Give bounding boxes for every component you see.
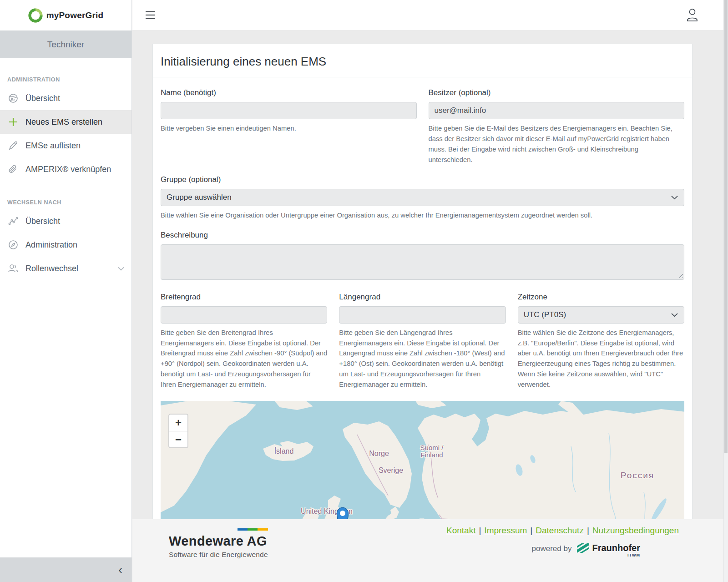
name-input[interactable] — [161, 102, 417, 119]
group-select-value: Gruppe auswählen — [167, 193, 232, 202]
group-select[interactable]: Gruppe auswählen — [161, 189, 684, 206]
ems-init-card: Initialisierung eines neuen EMS Name (be… — [152, 44, 693, 520]
map-label: Ísland — [274, 447, 294, 455]
link-impressum[interactable]: Impressum — [484, 526, 527, 535]
owner-field-group: Besitzer (optional) Bitte geben Sie die … — [429, 88, 685, 165]
sidebar-item-administration[interactable]: Administration — [0, 233, 131, 257]
owner-help: Bitte geben Sie die E-Mail des Besitzers… — [429, 123, 685, 165]
group-field-group: Gruppe (optional) Gruppe auswählen Bitte… — [161, 175, 684, 221]
sidebar-item-label: Übersicht — [25, 217, 60, 226]
powered-by-label: powered by — [532, 544, 572, 553]
chart-nodes-icon — [7, 216, 19, 227]
globe-icon — [7, 93, 19, 104]
footer-links: Kontakt|Impressum|Datenschutz|Nutzungsbe… — [446, 526, 679, 536]
longitude-label: Längengrad — [339, 293, 506, 302]
scrollbar-thumb[interactable] — [724, 0, 728, 453]
longitude-field-group: Längengrad Bitte geben Sie den Längengra… — [339, 293, 506, 390]
group-help: Bitte wählen Sie eine Organisation oder … — [161, 210, 684, 221]
link-nutzungsbedingungen[interactable]: Nutzungsbedingungen — [592, 526, 679, 535]
sidebar-item-label: Rollenwechsel — [25, 264, 78, 273]
sidebar-item-emse-auflisten[interactable]: EMSe auflisten — [0, 134, 131, 157]
map-label: Norge — [369, 450, 389, 457]
footer-tagline: Software für die Energiewende — [169, 551, 268, 559]
map-label: Suomi / — [420, 444, 444, 451]
latitude-help: Bitte geben Sie den Breitengrad Ihres En… — [161, 328, 327, 390]
compass-icon — [7, 239, 19, 250]
zoom-in-button[interactable]: + — [169, 415, 187, 431]
role-label: Techniker — [47, 40, 84, 50]
user-account-button[interactable] — [686, 8, 698, 24]
sidebar-item-amperix-verknuepfen[interactable]: AMPERIX® verknüpfen — [0, 157, 131, 181]
fraunhofer-institute: ITWM — [627, 553, 640, 557]
description-textarea[interactable] — [161, 244, 684, 280]
sidebar-item-label: Übersicht — [25, 94, 60, 103]
longitude-input[interactable] — [339, 306, 506, 324]
chevron-down-icon — [671, 313, 678, 317]
map-zoom-control: + − — [168, 414, 188, 448]
users-icon — [7, 263, 19, 274]
main-content: Initialisierung eines neuen EMS Name (be… — [132, 30, 723, 519]
link-separator: | — [530, 526, 532, 535]
role-band: Techniker — [0, 30, 131, 58]
sidebar-section-administration: ADMINISTRATION — [0, 76, 131, 83]
sidebar-item-uebersicht-admin[interactable]: Übersicht — [0, 86, 131, 110]
timezone-select[interactable]: UTC (PT0S) — [518, 306, 684, 324]
topbar — [132, 0, 723, 30]
longitude-help: Bitte geben Sie den Längengrad Ihres Ene… — [339, 328, 506, 390]
latitude-label: Breitengrad — [161, 293, 327, 302]
owner-label: Besitzer (optional) — [429, 88, 685, 97]
sidebar-section-wechseln-nach: WECHSELN NACH — [0, 199, 131, 206]
description-field-group: Beschreibung — [161, 231, 684, 280]
sidebar-item-label: EMSe auflisten — [25, 141, 81, 151]
collapse-left-icon[interactable]: ‹ — [118, 564, 122, 576]
sidebar-item-neues-ems-erstellen[interactable]: Neues EMS erstellen — [0, 110, 131, 134]
page-title: Initialisierung eines neuen EMS — [153, 44, 692, 77]
link-datenschutz[interactable]: Datenschutz — [536, 526, 584, 535]
plus-icon — [7, 117, 19, 127]
wendeware-logo: Wendeware AG Software für die Energiewen… — [169, 528, 268, 559]
map-label: Finland — [420, 451, 443, 459]
fraunhofer-name: Fraunhofer — [592, 543, 640, 553]
sidebar-item-label: Administration — [25, 240, 77, 250]
fraunhofer-stripes-icon — [577, 543, 589, 553]
link-separator: | — [479, 526, 481, 535]
sidebar-item-uebersicht-wechseln[interactable]: Übersicht — [0, 209, 131, 233]
sidebar: myPowerGrid Techniker ADMINISTRATION Übe… — [0, 0, 132, 582]
link-kontakt[interactable]: Kontakt — [446, 526, 475, 535]
description-label: Beschreibung — [161, 231, 684, 240]
zoom-out-button[interactable]: − — [169, 431, 187, 447]
map-marker-pin[interactable] — [337, 508, 349, 520]
name-label: Name (benötigt) — [161, 88, 417, 97]
owner-input[interactable] — [429, 102, 685, 119]
sidebar-item-label: Neues EMS erstellen — [25, 117, 102, 127]
name-field-group: Name (benötigt) Bitte vergeben Sie einen… — [161, 88, 417, 165]
brand[interactable]: myPowerGrid — [0, 0, 131, 30]
fraunhofer-logo: Fraunhofer ITWM — [577, 543, 640, 557]
sidebar-item-rollenwechsel[interactable]: Rollenwechsel — [0, 257, 131, 280]
footer: Wendeware AG Software für die Energiewen… — [132, 519, 728, 582]
map-label: Sverige — [379, 466, 403, 474]
group-label: Gruppe (optional) — [161, 175, 684, 184]
chevron-down-icon — [118, 267, 124, 271]
timezone-field-group: Zeitzone UTC (PT0S) Bitte wählen Sie die… — [518, 293, 684, 390]
sidebar-item-label: AMPERIX® verknüpfen — [25, 165, 111, 174]
map-label: Россия — [621, 471, 654, 480]
paperclip-icon — [7, 164, 19, 175]
user-icon — [686, 8, 698, 22]
scrollbar[interactable] — [723, 0, 728, 582]
mypowergrid-logo-icon — [28, 8, 43, 23]
latitude-input[interactable] — [161, 306, 327, 324]
brand-name: myPowerGrid — [46, 10, 104, 20]
menu-toggle-button[interactable] — [146, 11, 155, 21]
pencil-icon — [7, 140, 19, 151]
latitude-field-group: Breitengrad Bitte geben Sie den Breiteng… — [161, 293, 327, 390]
wendeware-color-bar-icon — [238, 528, 268, 531]
sidebar-collapse-band[interactable]: ‹ — [0, 557, 131, 582]
map[interactable]: ÍslandNorgeSuomi /FinlandSverigeРоссияUn… — [161, 401, 684, 520]
timezone-select-value: UTC (PT0S) — [524, 310, 566, 319]
timezone-help: Bitte wählen Sie die Zeitzone des Energi… — [518, 328, 684, 390]
timezone-label: Zeitzone — [518, 293, 684, 302]
map-canvas: ÍslandNorgeSuomi /FinlandSverigeРоссияUn… — [161, 401, 684, 520]
name-help: Bitte vergeben Sie einen eindeutigen Nam… — [161, 123, 417, 134]
link-separator: | — [587, 526, 589, 535]
